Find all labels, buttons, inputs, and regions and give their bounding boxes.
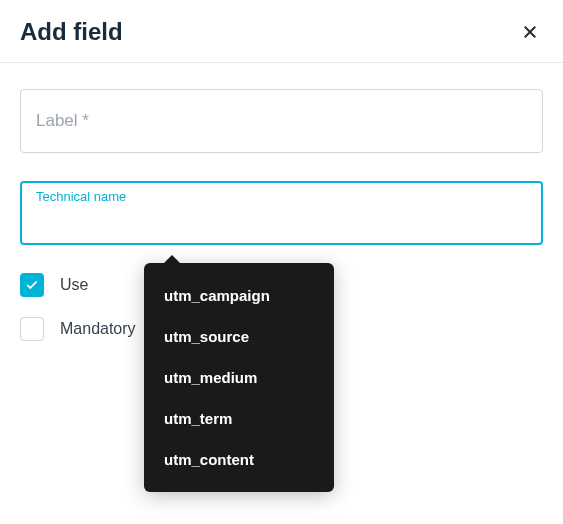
label-field-group: Label * xyxy=(20,89,543,153)
dropdown-item-utm-term[interactable]: utm_term xyxy=(144,398,334,439)
close-button[interactable] xyxy=(517,19,543,45)
dialog-title: Add field xyxy=(20,18,123,46)
dropdown-item-utm-source[interactable]: utm_source xyxy=(144,316,334,357)
check-icon xyxy=(25,278,39,292)
mandatory-checkbox-label: Mandatory xyxy=(60,320,136,338)
technical-name-input[interactable] xyxy=(20,181,543,245)
dropdown-item-utm-content[interactable]: utm_content xyxy=(144,439,334,480)
use-checkbox[interactable] xyxy=(20,273,44,297)
technical-name-dropdown: utm_campaign utm_source utm_medium utm_t… xyxy=(144,263,334,492)
label-input[interactable] xyxy=(20,89,543,153)
dropdown-item-utm-medium[interactable]: utm_medium xyxy=(144,357,334,398)
technical-name-field-group: Technical name xyxy=(20,181,543,245)
dropdown-item-utm-campaign[interactable]: utm_campaign xyxy=(144,275,334,316)
mandatory-checkbox[interactable] xyxy=(20,317,44,341)
dialog-header: Add field xyxy=(0,0,563,63)
use-checkbox-label: Use xyxy=(60,276,88,294)
close-icon xyxy=(521,23,539,41)
